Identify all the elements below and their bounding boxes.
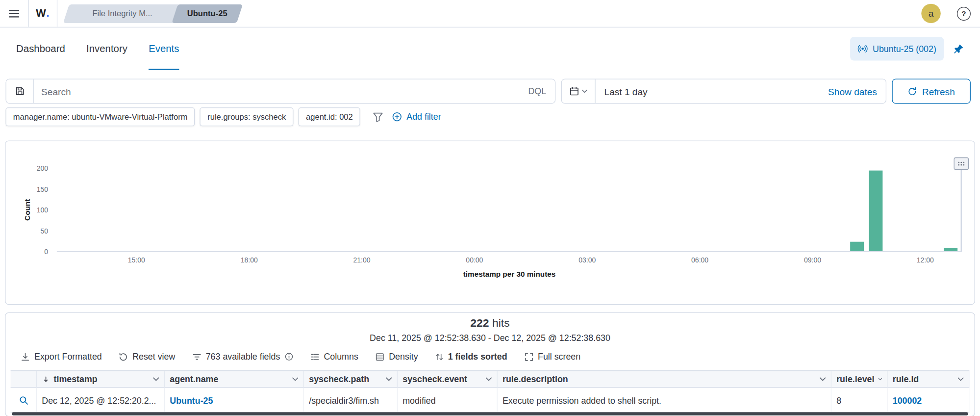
hits-heading: 222 hits [5, 317, 974, 330]
add-filter-button[interactable]: Add filter [392, 112, 441, 122]
hits-label: hits [492, 317, 510, 329]
reset-view-label: Reset view [132, 352, 175, 362]
pin-icon [953, 43, 964, 54]
sort-desc-icon [42, 375, 50, 384]
histogram-bar[interactable] [850, 242, 864, 251]
histogram-bar[interactable] [944, 248, 958, 251]
cell-rule-level: 8 [831, 388, 888, 413]
chevron-down-icon [878, 377, 882, 381]
fullscreen-icon [524, 352, 533, 361]
column-header-syscheck-event[interactable]: syscheck.event [398, 371, 498, 387]
reset-view-button[interactable]: Reset view [119, 352, 175, 362]
histogram-panel: Count 200 150 100 50 0 15:0018:0021:0000… [5, 140, 975, 305]
y-tick: 0 [5, 248, 48, 255]
column-header-syscheck-path[interactable]: syscheck.path [304, 371, 398, 387]
available-fields-button[interactable]: 763 available fields [192, 352, 293, 362]
breadcrumb: File Integrity M... Ubuntu-25 [66, 4, 240, 23]
search-input[interactable] [34, 86, 528, 97]
fullscreen-label: Full screen [538, 352, 580, 362]
column-header-rule-id[interactable]: rule.id [888, 371, 970, 387]
column-label: timestamp [53, 374, 97, 384]
show-dates-link[interactable]: Show dates [828, 86, 886, 97]
sorted-fields-button[interactable]: 1 fields sorted [435, 352, 507, 362]
x-axis-title: timestamp per 30 minutes [463, 270, 556, 279]
cell-rule-description: Execute permission added to shell script… [498, 388, 831, 413]
table-header: timestamp agent.name syscheck.path sysch… [11, 370, 970, 388]
density-button[interactable]: Density [375, 352, 418, 362]
help-button[interactable]: ? [957, 6, 971, 20]
row-control-cell [11, 388, 37, 413]
column-header-rule-level[interactable]: rule.level [831, 371, 888, 387]
sorted-fields-label: 1 fields sorted [448, 352, 507, 362]
menu-button[interactable] [0, 0, 29, 27]
cell-timestamp: Dec 12, 2025 @ 12:52:20.2... [37, 388, 165, 413]
chart-plot[interactable]: 15:0018:0021:0000:0003:0006:0009:0012:00 [57, 168, 962, 252]
search-bar-row: DQL Last 1 day Show dates Refresh [5, 78, 974, 104]
export-icon [21, 352, 30, 361]
tab-events[interactable]: Events [149, 27, 179, 70]
y-tick: 100 [5, 206, 48, 213]
chart-drag-handle[interactable] [954, 157, 969, 170]
logo-dot: . [46, 7, 50, 20]
cell-syscheck-event: modified [398, 388, 498, 413]
table-scrollbar[interactable] [12, 412, 968, 415]
refresh-button[interactable]: Refresh [892, 78, 970, 104]
tab-dashboard[interactable]: Dashboard [16, 27, 65, 70]
chevron-down-icon [153, 377, 159, 381]
x-tick: 12:00 [917, 256, 934, 263]
x-tick: 18:00 [241, 256, 258, 263]
inspect-document-button[interactable] [19, 395, 28, 405]
available-fields-label: 763 available fields [206, 352, 280, 362]
plus-circle-icon [392, 112, 402, 122]
column-label: rule.level [836, 374, 874, 384]
filter-pill[interactable]: agent.id: 002 [299, 107, 360, 126]
y-tick: 200 [5, 164, 48, 172]
x-tick: 15:00 [128, 256, 145, 263]
rule-id-link[interactable]: 100002 [893, 395, 922, 405]
column-label: syscheck.event [402, 374, 467, 384]
date-picker-button[interactable] [562, 79, 596, 103]
filter-pill[interactable]: manager.name: ubuntu-VMware-Virtual-Plat… [5, 107, 195, 126]
filter-pill[interactable]: rule.groups: syscheck [200, 107, 294, 126]
column-label: agent.name [170, 374, 218, 384]
broadcast-icon [858, 44, 868, 53]
columns-button[interactable]: Columns [310, 352, 358, 362]
time-range-label[interactable]: Last 1 day [596, 86, 828, 97]
chart-annotation-line [961, 164, 962, 251]
hits-count: 222 [470, 317, 489, 329]
x-tick: 09:00 [804, 256, 821, 263]
query-bar: DQL [5, 78, 555, 104]
add-filter-label: Add filter [406, 112, 441, 122]
chevron-down-icon [486, 377, 492, 381]
app-logo[interactable]: W. [29, 0, 58, 27]
export-button[interactable]: Export Formatted [21, 352, 102, 362]
column-label: rule.id [893, 374, 919, 384]
fields-icon [192, 352, 201, 361]
agent-selector-button[interactable]: Ubuntu-25 (002) [850, 37, 944, 60]
breadcrumb-tab-agent[interactable]: Ubuntu-25 [175, 4, 240, 23]
chevron-down-icon [292, 377, 299, 381]
hits-date-range: Dec 11, 2025 @ 12:52:38.630 - Dec 12, 20… [5, 333, 974, 343]
agent-link[interactable]: Ubuntu-25 [170, 395, 213, 405]
reset-icon [119, 352, 128, 361]
x-tick: 00:00 [466, 256, 483, 263]
density-icon [375, 352, 384, 361]
column-header-rule-description[interactable]: rule.description [498, 371, 831, 387]
breadcrumb-tab-label: File Integrity M... [92, 9, 152, 18]
results-panel: 222 hits Dec 11, 2025 @ 12:52:38.630 - D… [5, 312, 975, 416]
drag-dots-icon [957, 161, 965, 166]
column-header-timestamp[interactable]: timestamp [37, 371, 165, 387]
column-header-agent-name[interactable]: agent.name [165, 371, 304, 387]
cell-rule-id: 100002 [888, 388, 970, 413]
fullscreen-button[interactable]: Full screen [524, 352, 580, 362]
histogram-bar[interactable] [869, 170, 882, 251]
pin-button[interactable] [953, 43, 964, 54]
avatar[interactable]: a [921, 4, 940, 23]
filter-options-button[interactable] [373, 111, 384, 122]
tab-inventory[interactable]: Inventory [86, 27, 127, 70]
app-root: W. File Integrity M... Ubuntu-25 a ? Das… [0, 0, 980, 416]
breadcrumb-tab-module[interactable]: File Integrity M... [66, 4, 178, 23]
column-label: rule.description [503, 374, 568, 384]
saved-query-button[interactable] [6, 79, 34, 103]
table-row: Dec 12, 2025 @ 12:52:20.2... Ubuntu-25 /… [11, 388, 970, 413]
